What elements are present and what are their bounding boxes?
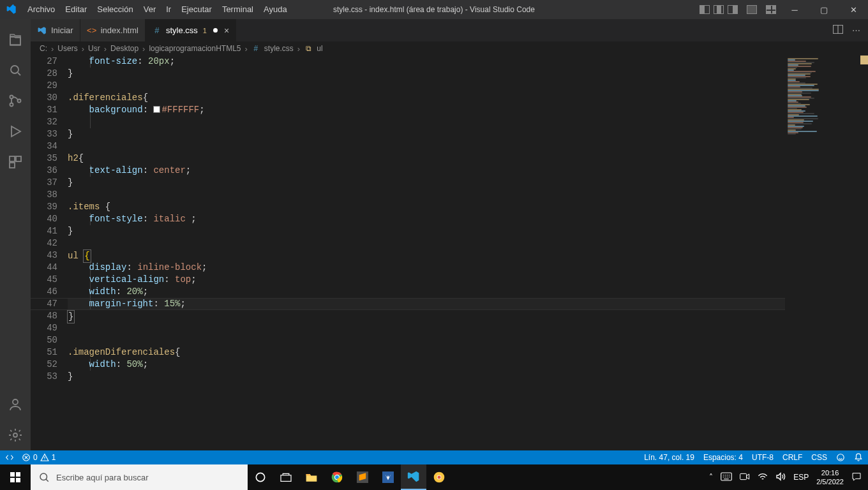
code-area[interactable]: font-size: 20px;}.diferenciales{ backgro… — [68, 56, 785, 450]
minimap[interactable] — [785, 56, 860, 450]
svg-rect-29 — [740, 473, 747, 479]
close-tab-icon[interactable]: × — [224, 26, 229, 36]
panel-bottom-icon[interactable] — [714, 5, 724, 14]
menu-editar[interactable]: Editar — [60, 0, 92, 19]
overview-warning-marker — [860, 56, 868, 64]
touch-keyboard-icon[interactable] — [721, 472, 732, 483]
menu-terminal[interactable]: Terminal — [217, 0, 258, 19]
breadcrumb[interactable]: C:› Users› Usr› Desktop› logicaprogramac… — [31, 41, 785, 56]
svg-rect-5 — [16, 156, 21, 161]
eol-indicator[interactable]: CRLF — [782, 453, 802, 462]
vscode-icon — [37, 26, 47, 36]
vscode-taskbar-icon[interactable] — [401, 464, 426, 490]
tab-label: Iniciar — [51, 26, 73, 35]
windows-taskbar: Escribe aquí para buscar ˄ ESP 20:16 2/5… — [0, 464, 868, 490]
clock-time: 20:16 — [816, 468, 844, 477]
tab-actions: ⋯ — [825, 19, 868, 41]
window-controls: ─ ▢ ✕ — [696, 0, 868, 19]
bc-seg[interactable]: Users — [57, 44, 77, 53]
vscode-logo-icon — [0, 4, 22, 15]
clock-date: 2/5/2022 — [816, 477, 844, 486]
account-icon[interactable] — [0, 389, 31, 420]
tab-iniciar[interactable]: Iniciar — [31, 19, 80, 41]
keyboard-layout[interactable]: ESP — [793, 473, 809, 482]
language-indicator[interactable]: CSS — [811, 453, 827, 462]
bc-seg[interactable]: Usr — [88, 44, 100, 53]
activity-bar — [0, 19, 31, 450]
bc-seg[interactable]: Desktop — [110, 44, 138, 53]
taskbar-clock[interactable]: 20:16 2/5/2022 — [816, 468, 844, 486]
svg-point-17 — [40, 473, 47, 480]
more-actions-icon[interactable]: ⋯ — [852, 26, 860, 35]
run-debug-icon[interactable] — [0, 116, 31, 147]
action-center-icon[interactable] — [851, 471, 862, 484]
tab-label: style.css — [166, 26, 198, 35]
menu-ayuda[interactable]: Ayuda — [258, 0, 292, 19]
notifications-icon[interactable] — [854, 453, 863, 462]
svg-point-1 — [10, 96, 13, 99]
encoding-indicator[interactable]: UTF-8 — [752, 453, 774, 462]
volume-icon[interactable] — [775, 472, 786, 483]
svg-point-7 — [13, 399, 18, 405]
search-placeholder: Escribe aquí para buscar — [56, 473, 149, 482]
svg-rect-14 — [16, 472, 20, 477]
start-button[interactable] — [0, 464, 31, 490]
file-explorer-icon[interactable] — [299, 464, 324, 490]
menu-ver[interactable]: Ver — [138, 0, 161, 19]
feedback-icon[interactable] — [836, 453, 845, 462]
css-icon: # — [152, 26, 162, 36]
code-editor[interactable]: 2728293031323334353637383940414243444546… — [31, 56, 868, 450]
line-gutter: 2728293031323334353637383940414243444546… — [31, 56, 68, 450]
split-editor-icon[interactable] — [833, 25, 843, 36]
html-icon: <>️ — [87, 26, 97, 36]
menu-ir[interactable]: Ir — [161, 0, 176, 19]
editor-tabs: Iniciar <>️ index.html # style.css 1 × ⋯ — [31, 19, 868, 41]
css-icon: # — [251, 44, 260, 53]
status-bar: 0 1 Lín. 47, col. 19 Espacios: 4 UTF-8 C… — [0, 450, 868, 464]
svg-point-12 — [837, 454, 844, 461]
indent-indicator[interactable]: Espacios: 4 — [703, 453, 743, 462]
tab-problem-count: 1 — [203, 27, 207, 34]
bc-seg[interactable]: style.css — [264, 44, 294, 53]
tab-index-html[interactable]: <>️ index.html — [80, 19, 146, 41]
remote-indicator[interactable] — [5, 453, 14, 462]
gear-icon[interactable] — [0, 420, 31, 450]
modified-dot-icon — [213, 28, 218, 33]
layout-toggles — [696, 5, 780, 14]
app-icon[interactable] — [375, 464, 401, 490]
bc-seg[interactable]: C: — [40, 44, 47, 53]
menu-seleccion[interactable]: Selección — [92, 0, 138, 19]
tray-chevron-up-icon[interactable]: ˄ — [709, 473, 713, 482]
minimize-button[interactable]: ─ — [780, 0, 809, 19]
sublime-icon[interactable] — [350, 464, 375, 490]
cortana-icon[interactable] — [248, 464, 273, 490]
meet-now-icon[interactable] — [740, 472, 750, 483]
maximize-button[interactable]: ▢ — [809, 0, 839, 19]
source-control-icon[interactable] — [0, 85, 31, 116]
layout-grid-icon[interactable] — [766, 5, 776, 14]
panel-right-icon[interactable] — [728, 5, 738, 14]
problems-indicator[interactable]: 0 1 — [22, 453, 56, 462]
chrome-icon[interactable] — [324, 464, 350, 490]
svg-point-2 — [10, 103, 13, 107]
window-title: style.css - index.html (área de trabajo)… — [333, 5, 535, 14]
bc-seg[interactable]: ul — [317, 44, 322, 53]
title-bar: Archivo Editar Selección Ver Ir Ejecutar… — [0, 0, 868, 19]
tab-style-css[interactable]: # style.css 1 × — [146, 19, 236, 41]
wifi-icon[interactable] — [758, 472, 768, 483]
explorer-icon[interactable] — [0, 24, 31, 55]
chrome-canary-icon[interactable] — [426, 464, 452, 490]
task-view-icon[interactable] — [273, 464, 299, 490]
svg-point-0 — [11, 66, 19, 73]
search-icon[interactable] — [0, 55, 31, 85]
vertical-scrollbar[interactable] — [860, 56, 868, 450]
menu-ejecutar[interactable]: Ejecutar — [176, 0, 217, 19]
panel-left-icon[interactable] — [700, 5, 710, 14]
extensions-icon[interactable] — [0, 147, 31, 177]
symbol-icon: ⧉ — [304, 44, 313, 53]
taskbar-search[interactable]: Escribe aquí para buscar — [31, 464, 248, 490]
cursor-position[interactable]: Lín. 47, col. 19 — [644, 453, 694, 462]
close-button[interactable]: ✕ — [839, 0, 868, 19]
bc-seg[interactable]: logicaprogramacionHTML5 — [149, 44, 241, 53]
menu-archivo[interactable]: Archivo — [22, 0, 60, 19]
